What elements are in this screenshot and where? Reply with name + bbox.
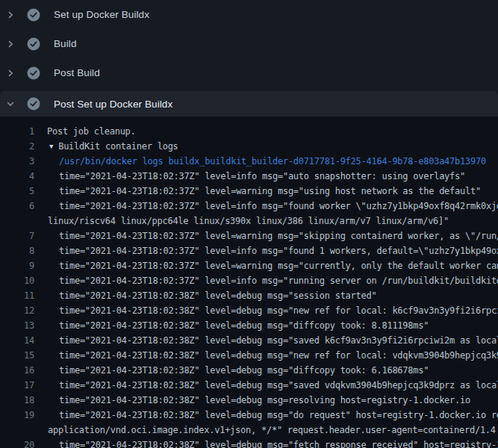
log-row: 14time="2021-04-23T18:02:38Z" level=debu…: [0, 333, 498, 348]
log-row: 10time="2021-04-23T18:02:37Z" level=info…: [0, 273, 498, 288]
step-row-setup-docker-buildx[interactable]: Set up Docker Buildx: [0, 0, 498, 29]
log-line-number[interactable]: 6: [0, 199, 34, 214]
log-line-number[interactable]: 4: [0, 169, 34, 184]
chevron-right-icon[interactable]: [0, 40, 21, 49]
log-row: 5time="2021-04-23T18:02:37Z" level=warni…: [0, 184, 498, 199]
log-row: 19time="2021-04-23T18:02:38Z" level=debu…: [0, 408, 498, 423]
log-row: 8time="2021-04-23T18:02:37Z" level=info …: [0, 243, 498, 258]
log-text: time="2021-04-23T18:02:38Z" level=debug …: [34, 438, 498, 448]
check-circle-icon: [27, 66, 40, 80]
log-text: time="2021-04-23T18:02:37Z" level=warnin…: [34, 184, 481, 199]
chevron-right-icon[interactable]: [0, 69, 21, 78]
log-row: 13time="2021-04-23T18:02:38Z" level=debu…: [0, 318, 498, 333]
log-row: application/vnd.oci.image.index.v1+json,…: [0, 423, 498, 438]
log-line-number[interactable]: 15: [0, 348, 34, 363]
log-row: 12time="2021-04-23T18:02:38Z" level=debu…: [0, 303, 498, 318]
step-label: Post Set up Docker Buildx: [54, 99, 172, 110]
check-circle-icon: [27, 8, 40, 22]
log-line-number: [0, 214, 34, 228]
log-text: time="2021-04-23T18:02:38Z" level=debug …: [34, 318, 429, 333]
log-line-number[interactable]: 1: [0, 124, 34, 139]
step-label: Set up Docker Buildx: [54, 9, 149, 20]
step-row-build[interactable]: Build: [0, 29, 498, 58]
log-row: 7time="2021-04-23T18:02:37Z" level=warni…: [0, 228, 498, 243]
log-line-number[interactable]: 16: [0, 363, 34, 378]
step-row-post-setup-docker-buildx[interactable]: Post Set up Docker Buildx: [0, 91, 498, 116]
log-text: time="2021-04-23T18:02:38Z" level=debug …: [34, 303, 498, 318]
log-text: time="2021-04-23T18:02:37Z" level=info m…: [34, 273, 498, 288]
log-row: 17time="2021-04-23T18:02:38Z" level=debu…: [0, 378, 498, 393]
group-toggle-icon[interactable]: ▼: [34, 139, 53, 154]
log-line-number[interactable]: 20: [0, 438, 34, 448]
log-text: time="2021-04-23T18:02:38Z" level=debug …: [34, 363, 429, 378]
log-line-number[interactable]: 3: [0, 154, 34, 169]
log-text: time="2021-04-23T18:02:37Z" level=warnin…: [34, 258, 498, 273]
log-text: time="2021-04-23T18:02:38Z" level=debug …: [34, 408, 498, 423]
log-row: 3/usr/bin/docker logs buildx_buildkit_bu…: [0, 154, 498, 169]
log-viewer: 1Post job cleanup.2▼BuildKit container l…: [0, 116, 498, 448]
log-text: time="2021-04-23T18:02:37Z" level=info m…: [34, 169, 465, 184]
step-row-post-build[interactable]: Post Build: [0, 58, 498, 87]
log-line-number[interactable]: 17: [0, 378, 34, 393]
log-line-number[interactable]: 8: [0, 243, 34, 258]
log-line-number[interactable]: 11: [0, 288, 34, 303]
log-text: linux/riscv64 linux/ppc64le linux/s390x …: [34, 214, 449, 228]
log-line-number[interactable]: 10: [0, 273, 34, 288]
log-text: time="2021-04-23T18:02:38Z" level=debug …: [34, 333, 498, 348]
log-row: 18time="2021-04-23T18:02:38Z" level=debu…: [0, 393, 498, 408]
chevron-right-icon[interactable]: [0, 10, 21, 19]
log-text: time="2021-04-23T18:02:38Z" level=debug …: [34, 288, 376, 303]
log-text: time="2021-04-23T18:02:37Z" level=info m…: [34, 199, 498, 214]
log-line-number: [0, 423, 34, 438]
check-circle-icon: [27, 97, 40, 111]
step-label: Post Build: [54, 67, 100, 78]
log-text: time="2021-04-23T18:02:38Z" level=debug …: [34, 393, 470, 408]
actions-log-viewer: Set up Docker Buildx Build Post Build: [0, 0, 498, 448]
log-row: 11time="2021-04-23T18:02:38Z" level=debu…: [0, 288, 498, 303]
log-row: linux/riscv64 linux/ppc64le linux/s390x …: [0, 214, 498, 228]
log-line-number[interactable]: 7: [0, 228, 34, 243]
log-line-number[interactable]: 19: [0, 408, 34, 423]
log-row: 20time="2021-04-23T18:02:38Z" level=debu…: [0, 438, 498, 448]
chevron-down-icon[interactable]: [0, 99, 21, 108]
step-label: Build: [54, 38, 77, 49]
steps-list: Set up Docker Buildx Build Post Build: [0, 0, 498, 116]
log-line-number[interactable]: 9: [0, 258, 34, 273]
log-line-number[interactable]: 5: [0, 184, 34, 199]
log-text: application/vnd.oci.image.index.v1+json,…: [34, 423, 496, 438]
log-row: 1Post job cleanup.: [0, 124, 498, 139]
log-line-number[interactable]: 18: [0, 393, 34, 408]
check-circle-icon: [27, 37, 40, 51]
log-line-number[interactable]: 12: [0, 303, 34, 318]
log-text: time="2021-04-23T18:02:38Z" level=debug …: [34, 348, 498, 363]
log-group-title[interactable]: BuildKit container logs: [53, 139, 178, 154]
log-row: 6time="2021-04-23T18:02:37Z" level=info …: [0, 199, 498, 214]
log-line-number[interactable]: 14: [0, 333, 34, 348]
log-row: 9time="2021-04-23T18:02:37Z" level=warni…: [0, 258, 498, 273]
log-text: time="2021-04-23T18:02:37Z" level=info m…: [34, 243, 498, 258]
log-row: 16time="2021-04-23T18:02:38Z" level=debu…: [0, 363, 498, 378]
log-row: 4time="2021-04-23T18:02:37Z" level=info …: [0, 169, 498, 184]
log-row: 2▼BuildKit container logs: [0, 139, 498, 154]
log-line-number[interactable]: 2: [0, 139, 34, 154]
log-line-number[interactable]: 13: [0, 318, 34, 333]
log-row: 15time="2021-04-23T18:02:38Z" level=debu…: [0, 348, 498, 363]
log-text: Post job cleanup.: [34, 124, 136, 139]
log-text: time="2021-04-23T18:02:37Z" level=warnin…: [34, 228, 498, 243]
log-command-text: /usr/bin/docker logs buildx_buildkit_bui…: [34, 154, 486, 169]
log-text: time="2021-04-23T18:02:38Z" level=debug …: [34, 378, 498, 393]
